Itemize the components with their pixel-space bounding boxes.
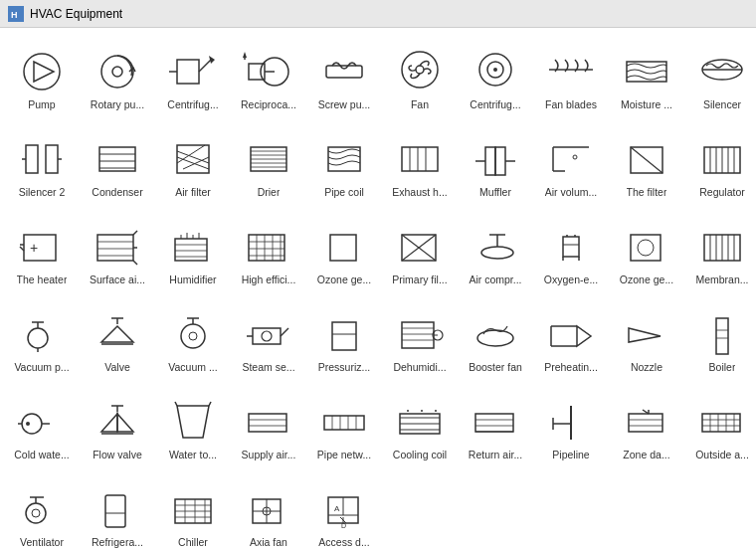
item-ozone-ge2[interactable]: Ozone ge... [609, 211, 684, 298]
muffler-icon [466, 129, 525, 184]
air-volume-label: Air volum... [545, 186, 598, 198]
item-centrifugal[interactable]: Centrifug... [155, 36, 231, 123]
item-vacuum-p[interactable]: Vacuum p... [4, 298, 80, 386]
item-air-filter[interactable]: Air filter [155, 123, 231, 211]
item-surface-air[interactable]: Surface ai... [80, 211, 155, 298]
cold-water-label: Cold wate... [14, 449, 69, 460]
item-steam-se[interactable]: Steam se... [231, 298, 306, 386]
item-fan-blades[interactable]: Fan blades [533, 36, 609, 123]
svg-rect-25 [26, 145, 38, 173]
item-zone-da[interactable]: Zone da... [609, 386, 684, 473]
item-refrigera[interactable]: Refrigera... [80, 473, 155, 550]
item-air-compr[interactable]: Air compr... [458, 211, 533, 298]
item-the-heater[interactable]: + The heater [4, 211, 80, 298]
supply-air-label: Supply air... [242, 449, 296, 460]
item-screw-pump[interactable]: Screw pu... [306, 36, 382, 123]
item-pressurize[interactable]: Pressuriz... [306, 298, 382, 386]
item-rotary-pump[interactable]: Rotary pu... [80, 36, 155, 123]
item-the-filter[interactable]: The filter [609, 123, 684, 211]
item-primary-fil[interactable]: Primary fil... [382, 211, 458, 298]
boiler-icon [692, 304, 752, 359]
svg-marker-8 [209, 56, 215, 64]
svg-point-56 [573, 155, 577, 159]
svg-line-128 [281, 328, 288, 336]
item-cooling-coil[interactable]: Cooling coil [382, 386, 458, 473]
item-flow-valve[interactable]: Flow valve [80, 386, 155, 473]
item-supply-air[interactable]: Supply air... [231, 386, 306, 473]
vacuum2-icon [163, 304, 223, 359]
item-pump[interactable]: Pump [4, 36, 80, 123]
item-ozone-ge1[interactable]: Ozone ge... [306, 211, 382, 298]
primary-fil-icon [390, 217, 450, 272]
item-dehumidi[interactable]: Dehumidi... [382, 298, 458, 386]
item-high-effici[interactable]: High effici... [231, 211, 306, 298]
item-outside-a[interactable]: Outside a... [684, 386, 756, 473]
item-condenser[interactable]: Condenser [80, 123, 155, 211]
fan-blades-icon [541, 42, 601, 96]
item-oxygen-e[interactable]: Oxygen-e... [533, 211, 609, 298]
item-fan[interactable]: Fan [382, 36, 458, 123]
vacuum-p-label: Vacuum p... [14, 361, 69, 373]
item-boiler[interactable]: Boiler [684, 298, 756, 386]
item-return-air[interactable]: Return air... [458, 386, 533, 473]
chiller-label: Chiller [178, 536, 208, 548]
item-pipe-coil[interactable]: Pipe coil [306, 123, 382, 211]
item-nozzle[interactable]: Nozzle [609, 298, 684, 386]
window-title: HVAC Equipment [30, 7, 122, 21]
pump-label: Pump [28, 98, 55, 110]
reciprocating-label: Reciproca... [241, 98, 296, 110]
item-vacuum2[interactable]: Vacuum ... [155, 298, 231, 386]
zone-da-icon [617, 392, 676, 447]
item-reciprocating[interactable]: Reciproca... [231, 36, 306, 123]
item-silencer2[interactable]: Silencer 2 [4, 123, 80, 211]
item-moisture[interactable]: Moisture ... [609, 36, 684, 123]
item-ventilator[interactable]: Ventilator [4, 473, 80, 550]
water-to-label: Water to... [169, 449, 217, 460]
boiler-label: Boiler [709, 361, 736, 373]
water-to-icon [163, 392, 223, 447]
membran-icon [692, 217, 752, 272]
svg-rect-76 [175, 239, 207, 261]
svg-line-58 [631, 147, 662, 173]
svg-text:A: A [334, 504, 340, 513]
outside-a-icon [692, 392, 752, 447]
oxygen-e-icon [541, 217, 601, 272]
svg-point-16 [402, 52, 438, 88]
steam-se-label: Steam se... [242, 361, 294, 373]
centrifugal2-icon [466, 42, 525, 96]
ventilator-icon [12, 479, 72, 534]
svg-rect-84 [249, 235, 284, 261]
the-filter-label: The filter [627, 186, 667, 198]
preheatin-label: Preheatin... [544, 361, 598, 373]
item-pipeline[interactable]: Pipeline [533, 386, 609, 473]
dehumidi-label: Dehumidi... [393, 361, 446, 373]
screw-pump-label: Screw pu... [318, 98, 371, 110]
item-preheatin[interactable]: Preheatin... [533, 298, 609, 386]
item-humidifier[interactable]: Humidifier [155, 211, 231, 298]
svg-rect-99 [563, 237, 579, 257]
item-membran[interactable]: Membran... [684, 211, 756, 298]
svg-rect-45 [402, 147, 438, 171]
item-valve[interactable]: Valve [80, 298, 155, 386]
item-drier[interactable]: Drier [231, 123, 306, 211]
item-silencer[interactable]: Silencer [684, 36, 756, 123]
svg-point-113 [28, 328, 48, 348]
item-centrifugal2[interactable]: Centrifug... [458, 36, 533, 123]
item-muffler[interactable]: Muffler [458, 123, 533, 211]
item-air-volume[interactable]: Air volum... [533, 123, 609, 211]
item-axia-fan[interactable]: Axia fan [231, 473, 306, 550]
item-access-d[interactable]: A D Access d... [306, 473, 382, 550]
item-pipe-netw[interactable]: Pipe netw... [306, 386, 382, 473]
item-water-to[interactable]: Water to... [155, 386, 231, 473]
item-regulator[interactable]: Regulator [684, 123, 756, 211]
rotary-pump-label: Rotary pu... [91, 98, 144, 110]
fan-icon [390, 42, 450, 96]
item-booster-fan[interactable]: Booster fan [458, 298, 533, 386]
item-exhaust-h[interactable]: Exhaust h... [382, 123, 458, 211]
svg-line-156 [209, 402, 211, 406]
outside-a-label: Outside a... [695, 449, 749, 460]
item-chiller[interactable]: Chiller [155, 473, 231, 550]
reciprocating-icon [239, 42, 298, 96]
humidifier-label: Humidifier [169, 274, 216, 285]
item-cold-water[interactable]: Cold wate... [4, 386, 80, 473]
